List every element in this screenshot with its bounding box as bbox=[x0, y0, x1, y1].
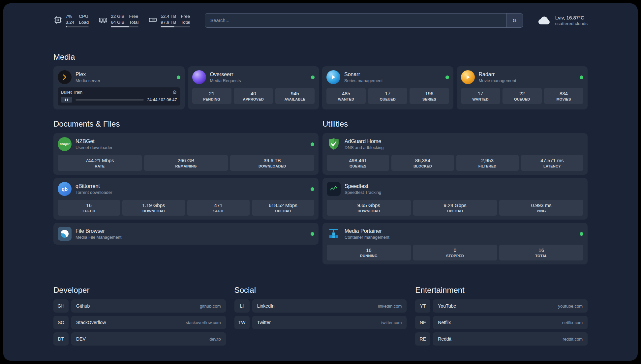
bookmark-abbr: NF bbox=[415, 316, 430, 329]
playback-progress-bar[interactable] bbox=[76, 99, 144, 101]
service-card-radarr[interactable]: Radarr Movie management 17 WANTED 22 QUE… bbox=[457, 66, 588, 109]
stat-rate: 744.21 Mbps RATE bbox=[58, 155, 142, 171]
service-card-sonarr[interactable]: Sonarr Series management 485 WANTED 17 Q… bbox=[322, 66, 453, 109]
stat-pending: 21 PENDING bbox=[192, 88, 231, 104]
stat-value: 266 GB bbox=[178, 158, 195, 163]
memory-ram-icon bbox=[99, 15, 107, 26]
bookmark-domain: twitter.com bbox=[381, 320, 402, 325]
service-card-portainer[interactable]: Media Portainer Container management 16 … bbox=[322, 223, 588, 264]
stat-ping: 0.993 ms PING bbox=[499, 200, 583, 216]
status-dot bbox=[445, 76, 449, 79]
stat-label: UPLOAD bbox=[447, 209, 463, 213]
plex-icon bbox=[58, 70, 72, 84]
stat-label: PING bbox=[537, 209, 546, 213]
bookmark-name: StackOverflow bbox=[76, 320, 106, 325]
portainer-crane-icon bbox=[327, 227, 341, 241]
service-card-speedtest[interactable]: Speedtest Speedtest Tracking 9.65 Gbps D… bbox=[322, 178, 588, 220]
bookmark-youtube[interactable]: YT YouTube youtube.com bbox=[415, 299, 588, 313]
service-subtitle: Movie management bbox=[479, 78, 516, 83]
weather-location: Lviv, 16.87°C bbox=[555, 15, 588, 20]
bookmark-domain: youtube.com bbox=[558, 304, 583, 309]
qbittorrent-icon: qb bbox=[58, 182, 72, 196]
stat-wanted: 485 WANTED bbox=[326, 88, 366, 104]
stat-remaining: 266 GB REMAINING bbox=[144, 155, 228, 171]
overseerr-icon bbox=[192, 70, 206, 84]
service-subtitle: Container management bbox=[345, 235, 389, 240]
stat-label: MOVIES bbox=[556, 97, 571, 101]
adguard-shield-icon bbox=[327, 137, 341, 151]
pause-button[interactable] bbox=[61, 97, 72, 103]
bookmark-group-social: Social LI LinkedIn linkedin.com TW Twitt… bbox=[234, 286, 407, 349]
service-name: Sonarr bbox=[344, 72, 382, 77]
bookmark-github[interactable]: GH Github github.com bbox=[53, 299, 226, 313]
bookmark-netflix[interactable]: NF Netflix netflix.com bbox=[415, 316, 588, 329]
stat-label: RATE bbox=[95, 164, 105, 168]
bookmark-reddit[interactable]: RE Reddit reddit.com bbox=[415, 332, 588, 346]
stat-label: WANTED bbox=[473, 97, 489, 101]
bookmark-name: YouTube bbox=[438, 303, 456, 309]
service-card-overseerr[interactable]: Overseerr Media Requests 21 PENDING 40 A… bbox=[188, 66, 319, 109]
weather-condition: scattered clouds bbox=[555, 21, 588, 26]
stat-value: 471 bbox=[214, 202, 223, 208]
stat-value: 196 bbox=[425, 91, 433, 96]
stat-label: APPROVED bbox=[243, 97, 264, 101]
disk-free-value: 52.4 TB bbox=[161, 14, 176, 19]
service-name: NZBGet bbox=[76, 138, 112, 144]
stat-leech: 16 LEECH bbox=[58, 200, 120, 216]
utilities-heading: Utilities bbox=[322, 119, 588, 129]
service-card-nzbget[interactable]: nzbget NZBGet Usenet downloader 744.21 M… bbox=[53, 133, 319, 175]
stat-label: UPLOAD bbox=[275, 209, 291, 213]
stat-downloaded: 39.6 TB DOWNLOADED bbox=[230, 155, 314, 171]
service-subtitle: Speedtest Tracking bbox=[345, 190, 381, 195]
search-provider-button[interactable]: G bbox=[506, 14, 523, 27]
gear-icon[interactable]: ⚙ bbox=[172, 90, 177, 95]
stat-approved: 40 APPROVED bbox=[234, 88, 273, 104]
service-name: qBittorrent bbox=[76, 183, 112, 189]
stat-label: STOPPED bbox=[446, 254, 464, 258]
bookmark-abbr: RE bbox=[415, 332, 430, 346]
cpu-load-label: Load bbox=[79, 19, 89, 25]
search-bar: G bbox=[205, 13, 523, 28]
service-card-qbittorrent[interactable]: qb qBittorrent Torrent downloader 16 LEE… bbox=[53, 178, 319, 220]
service-card-filebrowser[interactable]: File Browser Media File Management bbox=[53, 223, 319, 245]
developer-heading: Developer bbox=[53, 286, 226, 295]
bookmark-domain: reddit.com bbox=[563, 337, 583, 342]
now-playing-title: Bullet Train bbox=[61, 90, 82, 95]
service-card-adguard[interactable]: AdGuard Home DNS and adblocking 498,461 … bbox=[322, 133, 588, 175]
nzbget-icon-label: nzbget bbox=[60, 142, 70, 146]
cpu-load-value: 3.24 bbox=[66, 19, 74, 25]
stat-value: 16 bbox=[538, 247, 544, 253]
stat-queued: 17 QUEUED bbox=[368, 88, 407, 104]
stat-queries: 498,461 QUERIES bbox=[327, 155, 389, 171]
bookmark-abbr: TW bbox=[234, 316, 250, 329]
memory-total-label: Total bbox=[129, 19, 139, 25]
service-subtitle: Media server bbox=[76, 78, 100, 83]
status-dot bbox=[311, 142, 314, 146]
stat-label: LATENCY bbox=[543, 164, 561, 168]
stat-value: 17 bbox=[385, 91, 390, 96]
pause-bar-icon bbox=[67, 99, 68, 101]
bookmark-dev[interactable]: DT DEV dev.to bbox=[53, 332, 226, 346]
stat-stopped: 0 STOPPED bbox=[413, 245, 497, 260]
stat-label: DOWNLOAD bbox=[357, 209, 380, 213]
service-card-plex[interactable]: Plex Media server Bullet Train ⚙ bbox=[53, 66, 185, 109]
bookmark-abbr: DT bbox=[53, 332, 69, 346]
stat-filtered: 2,953 FILTERED bbox=[456, 155, 519, 171]
stat-download: 1.19 Gbps DOWNLOAD bbox=[122, 200, 185, 216]
stat-seed: 471 SEED bbox=[187, 200, 250, 216]
stat-value: 17 bbox=[478, 91, 483, 96]
cpu-percent: 7% bbox=[66, 14, 74, 19]
search-input[interactable] bbox=[205, 14, 506, 27]
bookmark-stackoverflow[interactable]: SO StackOverflow stackoverflow.com bbox=[53, 316, 226, 329]
bookmark-twitter[interactable]: TW Twitter twitter.com bbox=[234, 316, 407, 329]
bookmark-name: Twitter bbox=[257, 320, 271, 325]
stat-value: 945 bbox=[291, 91, 299, 96]
bookmark-linkedin[interactable]: LI LinkedIn linkedin.com bbox=[234, 299, 407, 313]
cpu-label: CPU bbox=[79, 14, 89, 19]
status-dot bbox=[311, 232, 314, 236]
bookmark-name: LinkedIn bbox=[257, 303, 275, 309]
service-name: Media Portainer bbox=[345, 228, 389, 234]
stat-label: DOWNLOADED bbox=[259, 164, 286, 168]
bookmark-name: Github bbox=[76, 303, 90, 309]
playback-time: 24:44 / 02:06:47 bbox=[147, 98, 177, 102]
